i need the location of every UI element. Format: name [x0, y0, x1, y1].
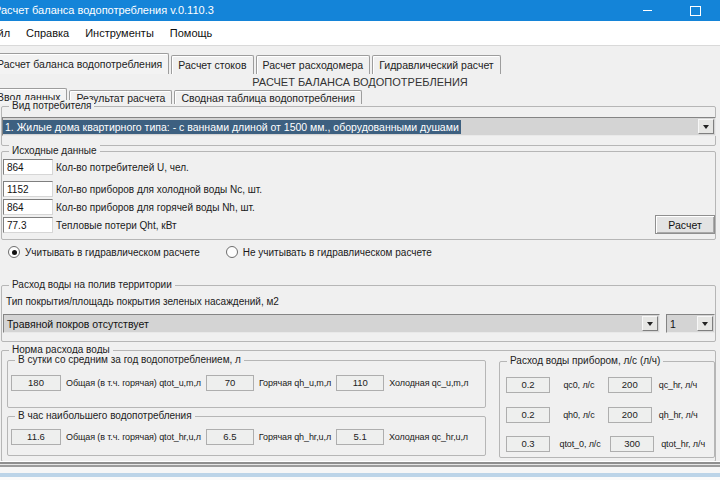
- radio-selected-icon: [8, 246, 20, 258]
- hot-devices-count-input[interactable]: [3, 199, 53, 215]
- source-data-legend: Исходные данные: [9, 145, 100, 156]
- daily-hot-value: [206, 375, 254, 391]
- coverage-area-value: 1: [667, 317, 679, 331]
- device-flow-row-total: qtot_0, л/с qtot_hr, л/ч: [506, 436, 710, 452]
- daily-cold-label: Холодная qc_u,m,л: [389, 378, 468, 388]
- consumer-type-combobox[interactable]: 1. Жилые дома квартирного типа: - с ванн…: [2, 117, 716, 136]
- tab-flowmeter-calc[interactable]: Расчет расходомера: [256, 55, 371, 74]
- daily-norms-legend: В сутки со средним за год водопотреблени…: [15, 354, 244, 365]
- menu-tools[interactable]: Инструменты: [77, 27, 162, 39]
- hourly-hot-value: [206, 429, 254, 445]
- radio-unselected-icon: [226, 246, 238, 258]
- qtot0-value: [506, 436, 550, 452]
- menu-file[interactable]: Файл: [0, 27, 18, 39]
- daily-total-value: [11, 375, 61, 391]
- minimize-icon: [643, 10, 652, 11]
- tab-drain-calc[interactable]: Расчет стоков: [171, 55, 253, 74]
- qh-hr-value: [608, 407, 652, 423]
- qc0-label: qc0, л/с: [557, 380, 601, 390]
- hourly-norms-legend: В час наибольшего водопотребления: [15, 410, 195, 421]
- menu-help[interactable]: Помощь: [162, 27, 221, 39]
- daily-norms-row: Общая (в т.ч. горячая) qtot_u,m,л Горяча…: [11, 375, 483, 391]
- coverage-type-value: Травяной покров отсутствует: [4, 317, 152, 331]
- hot-devices-count-label: Кол-во приборов для горячей воды Nh, шт.: [56, 202, 255, 213]
- maximize-icon: [690, 6, 701, 16]
- hourly-cold-label: Холодная qc_hr,u,л: [389, 432, 468, 442]
- tab-water-balance[interactable]: Расчет баланса водопотребления: [0, 53, 169, 74]
- hourly-norms-group: В час наибольшего водопотребления Общая …: [7, 416, 486, 456]
- qtot0-label: qtot_0, л/с: [557, 439, 603, 449]
- qh-hr-label: qh_hr, л/ч: [659, 410, 710, 420]
- qh0-label: qh0, л/с: [557, 410, 601, 420]
- daily-total-label: Общая (в т.ч. горячая) qtot_u,m,л: [66, 378, 201, 388]
- maximize-button[interactable]: [680, 0, 710, 21]
- main-tab-strip: Расчет баланса водопотребления Расчет ст…: [0, 54, 503, 74]
- daily-norms-group: В сутки со средним за год водопотреблени…: [7, 360, 486, 408]
- app-window: Расчет баланса водопотребления v.0.110.3…: [0, 0, 720, 480]
- qh0-value: [506, 407, 550, 423]
- cold-devices-count-label: Кол-во приборов для холодной воды Nc, шт…: [56, 184, 262, 195]
- window-title: Расчет баланса водопотребления v.0.110.3: [0, 4, 214, 16]
- qc-hr-value: [608, 377, 652, 393]
- calculate-button[interactable]: Расчет: [655, 215, 715, 234]
- radio-exclude-hydraulic[interactable]: Не учитывать в гидравлическом расчете: [226, 246, 432, 258]
- page-title: РАСЧЕТ БАЛАНСА ВОДОПОТРЕБЛЕНИЯ: [0, 76, 720, 88]
- radio-include-label: Учитывать в гидравлическом расчете: [25, 247, 200, 258]
- consumers-count-label: Кол-во потребителей U, чел.: [56, 162, 189, 173]
- coverage-area-dropdown-button[interactable]: [697, 316, 713, 331]
- hourly-hot-label: Горячая qh_hr,u,л: [259, 432, 331, 442]
- menu-reference[interactable]: Справка: [18, 27, 77, 39]
- cold-devices-count-input[interactable]: [3, 181, 53, 197]
- coverage-area-combobox[interactable]: 1: [666, 314, 715, 333]
- subtab-summary-table[interactable]: Сводная таблица водопотребления: [174, 90, 361, 104]
- device-flow-group: Расход воды прибором, л/с (л/ч) qc0, л/с…: [499, 361, 715, 458]
- hourly-norms-row: Общая (в т.ч. горячая) qtot_hr,u,л Горяч…: [11, 429, 483, 445]
- device-flow-row-hot: qh0, л/с qh_hr, л/ч: [506, 407, 710, 423]
- qtot-hr-value: [610, 436, 654, 452]
- hourly-total-value: [11, 429, 61, 445]
- device-flow-legend: Расход воды прибором, л/с (л/ч): [507, 355, 663, 366]
- consumer-type-dropdown-button[interactable]: [698, 119, 714, 134]
- radio-include-hydraulic[interactable]: Учитывать в гидравлическом расчете: [8, 246, 200, 258]
- minimize-button[interactable]: [632, 0, 662, 21]
- qc0-value: [506, 377, 550, 393]
- daily-cold-value: [336, 375, 384, 391]
- coverage-dropdown-button[interactable]: [642, 316, 658, 331]
- hourly-cold-value: [336, 429, 384, 445]
- dropdown-arrow-icon: [647, 322, 653, 326]
- hourly-total-label: Общая (в т.ч. горячая) qtot_hr,u,л: [66, 432, 201, 442]
- title-bar[interactable]: Расчет баланса водопотребления v.0.110.3: [0, 0, 720, 21]
- device-flow-row-cold: qc0, л/с qc_hr, л/ч: [506, 377, 710, 393]
- coverage-type-combobox[interactable]: Травяной покров отсутствует: [3, 314, 660, 333]
- radio-exclude-label: Не учитывать в гидравлическом расчете: [243, 247, 432, 258]
- consumers-count-input[interactable]: [3, 159, 53, 175]
- dropdown-arrow-icon: [702, 322, 708, 326]
- hydraulic-option-radios: Учитывать в гидравлическом расчете Не уч…: [8, 246, 432, 258]
- daily-hot-label: Горячая qh_u,m,л: [259, 378, 331, 388]
- consumer-type-legend: Вид потребителя: [9, 100, 94, 111]
- consumer-type-selected-value: 1. Жилые дома квартирного типа: - с ванн…: [3, 120, 461, 134]
- irrigation-legend: Расход воды на полив территории: [9, 279, 175, 290]
- heat-loss-input[interactable]: [3, 217, 53, 233]
- tab-hydraulic-calc[interactable]: Гидравлический расчет: [372, 55, 500, 74]
- qc-hr-label: qc_hr, л/ч: [659, 380, 710, 390]
- coverage-type-label: Тип покрытия/площадь покрытия зеленых на…: [6, 296, 279, 307]
- menu-items: Файл Справка Инструменты Помощь: [0, 21, 220, 44]
- qtot-hr-label: qtot_hr, л/ч: [661, 439, 710, 449]
- dropdown-arrow-icon: [703, 125, 709, 129]
- heat-loss-label: Тепловые потери Qht, кВт: [56, 220, 177, 231]
